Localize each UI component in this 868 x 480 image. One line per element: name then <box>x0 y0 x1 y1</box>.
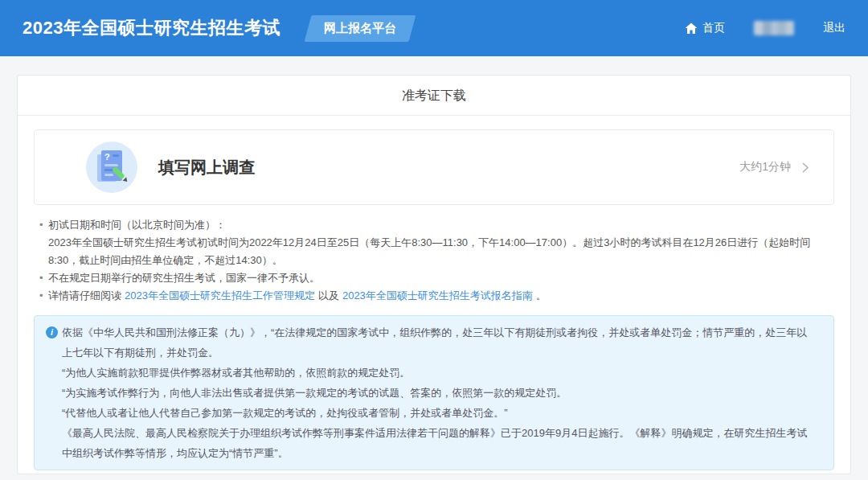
notice-read-more-suffix: 。 <box>536 289 547 302</box>
chevron-right-icon <box>801 162 809 174</box>
legal-paragraph: “为他人实施前款犯罪提供作弊器材或者其他帮助的，依照前款的规定处罚。 <box>62 363 817 383</box>
main-panel: 准考证下载 ? 填写网上调查 <box>17 75 851 474</box>
svg-text:?: ? <box>104 152 110 162</box>
survey-card-meta: 大约1分钟 <box>739 160 809 174</box>
notice-read-more-prefix: 详情请仔细阅读 <box>48 289 121 302</box>
username-redacted[interactable] <box>754 21 794 35</box>
panel-body: ? 填写网上调查 大约1分钟 <box>18 116 850 470</box>
platform-badge: 网上报名平台 <box>305 15 416 42</box>
logout-link[interactable]: 退出 <box>823 21 845 35</box>
legal-notice-box: i 依据《中华人民共和国刑法修正案（九）》，“在法律规定的国家考试中，组织作弊的… <box>34 315 834 470</box>
platform-badge-label: 网上报名平台 <box>324 21 396 36</box>
survey-card[interactable]: ? 填写网上调查 大约1分钟 <box>34 129 834 205</box>
page-title: 准考证下载 <box>18 76 850 116</box>
legal-paragraph: “为实施考试作弊行为，向他人非法出售或者提供第一款规定的考试的试题、答案的，依照… <box>62 383 817 403</box>
app-title: 2023年全国硕士研究生招生考试 <box>23 16 280 40</box>
survey-card-title: 填写网上调查 <box>158 157 255 178</box>
survey-doc-icon: ? <box>95 148 129 187</box>
notice-exam-dates-detail: 2023年全国硕士研究生招生考试初试时间为2022年12月24日至25日（每天上… <box>48 234 834 269</box>
notice-unofficial-dates: 不在规定日期举行的研究生招生考试，国家一律不予承认。 <box>39 269 834 287</box>
admission-regulations-link[interactable]: 2023年全国硕士研究生招生工作管理规定 <box>125 289 315 302</box>
legal-paragraph: 依据《中华人民共和国刑法修正案（九）》，“在法律规定的国家考试中，组织作弊的，处… <box>62 322 817 363</box>
notice-exam-dates-heading: 初试日期和时间（以北京时间为准）： <box>48 216 834 234</box>
app-header: 2023年全国硕士研究生招生考试 网上报名平台 首页 退出 <box>0 0 868 56</box>
notice-read-more: 详情请仔细阅读2023年全国硕士研究生招生工作管理规定以及2023年全国硕士研究… <box>39 287 834 305</box>
home-icon <box>685 23 698 35</box>
legal-paragraph: 《最高人民法院、最高人民检察院关于办理组织考试作弊等刑事案件适用法律若干问题的解… <box>62 423 817 463</box>
info-icon: i <box>46 326 58 338</box>
header-nav: 首页 退出 <box>685 21 845 35</box>
notice-read-more-conjunction: 以及 <box>318 289 339 302</box>
notice-exam-dates: 初试日期和时间（以北京时间为准）： 2023年全国硕士研究生招生考试初试时间为2… <box>39 216 834 269</box>
survey-icon-circle: ? <box>86 142 137 193</box>
home-link[interactable]: 首页 <box>685 21 725 35</box>
registration-guide-link[interactable]: 2023年全国硕士研究生招生考试报名指南 <box>342 289 533 302</box>
home-link-label: 首页 <box>702 21 725 35</box>
survey-duration: 大约1分钟 <box>739 160 791 174</box>
legal-paragraph: “代替他人或者让他人代替自己参加第一款规定的考试的，处拘役或者管制，并处或者单处… <box>62 403 817 423</box>
logout-link-label: 退出 <box>823 21 845 35</box>
notice-list: 初试日期和时间（以北京时间为准）： 2023年全国硕士研究生招生考试初试时间为2… <box>39 216 834 305</box>
